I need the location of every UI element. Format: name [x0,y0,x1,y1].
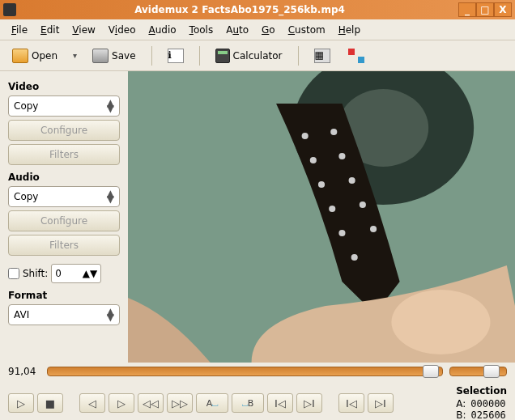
goto-start-button[interactable]: I◁ [267,393,293,413]
info-button[interactable]: ℹ [162,45,189,67]
toolbar: Open ▾ Save ℹ Calculator ▦ [0,40,515,71]
calculator-button[interactable]: Calculator [210,45,288,67]
shift-value: 0 [55,268,62,279]
save-button[interactable]: Save [87,45,141,67]
prev-frame-button[interactable]: ◁ [79,393,105,413]
shift-spinner[interactable]: 0 ▲▼ [51,264,101,283]
menu-file[interactable]: File [6,22,32,38]
format-value: AVI [14,309,29,320]
folder-icon [12,49,28,63]
save-label: Save [112,50,135,62]
menu-custom[interactable]: Custom [283,22,330,38]
video-configure-button[interactable]: Configure [8,120,120,141]
menu-help[interactable]: Help [334,22,365,38]
svg-point-14 [391,290,490,354]
app-icon [3,3,16,16]
video-preview [128,71,515,363]
forward-button[interactable]: ▷▷ [167,393,193,413]
film-frame-image [128,71,515,363]
shapes-button[interactable] [343,45,370,67]
format-header: Format [8,290,120,301]
shift-checkbox[interactable] [8,268,19,279]
updown-icon: ▲▼ [107,191,114,202]
svg-point-12 [360,202,366,208]
seek-position: 91,04 [8,366,40,377]
title-bar: Avidemux 2 FactsAbo1975_256kb.mp4 _ □ X [0,0,515,19]
updown-icon: ▲▼ [83,268,97,279]
video-codec-combo[interactable]: Copy ▲▼ [8,95,120,117]
svg-point-6 [329,206,335,212]
sidebar: Video Copy ▲▼ Configure Filters Audio Co… [0,71,128,363]
info-icon: ℹ [168,49,184,63]
svg-point-7 [338,230,345,236]
selection-header: Selection [456,385,507,397]
audio-codec-value: Copy [14,191,38,202]
projector-button[interactable]: ▦ [309,45,336,67]
separator [151,46,152,66]
seek-bar-row: 91,04 [0,363,515,380]
menu-video[interactable]: Video [104,22,141,38]
seek-slider-main[interactable] [47,367,443,376]
set-marker-a-button[interactable]: A⎵ [196,393,228,413]
audio-codec-combo[interactable]: Copy ▲▼ [8,186,120,207]
svg-point-4 [310,157,317,163]
menu-tools[interactable]: Tools [185,22,219,38]
shift-label: Shift: [23,268,48,279]
goto-marker-a-button[interactable]: I◁ [338,393,364,413]
set-marker-b-button[interactable]: ⎵B [232,393,264,413]
calculator-icon [215,49,230,63]
play-button[interactable]: ▷ [8,393,34,413]
slider-thumb[interactable] [423,365,439,378]
minimize-button[interactable]: _ [458,2,476,17]
close-button[interactable]: X [494,2,512,17]
svg-point-8 [351,254,358,261]
video-filters-button[interactable]: Filters [8,144,120,165]
slider-thumb[interactable] [483,365,500,378]
separator [199,46,200,66]
svg-point-3 [302,133,309,139]
open-dropdown-icon[interactable]: ▾ [70,51,80,60]
selection-panel: Selection A:000000 B:025606 [456,385,507,420]
maximize-button[interactable]: □ [476,2,494,17]
transport-controls: ▷ ■ ◁ ▷ ◁◁ ▷▷ A⎵ ⎵B I◁ ▷I I◁ ▷I Selectio… [0,380,515,420]
svg-point-5 [318,181,325,188]
menu-edit[interactable]: Edit [36,22,64,38]
sel-b-value: 025606 [470,409,505,420]
audio-header: Audio [8,172,120,183]
stop-button[interactable]: ■ [37,393,63,413]
open-label: Open [32,50,57,62]
calculator-label: Calculator [233,50,283,62]
audio-filters-button[interactable]: Filters [8,235,120,256]
menu-view[interactable]: View [67,22,100,38]
next-frame-button[interactable]: ▷ [109,393,134,413]
menu-go[interactable]: Go [257,22,280,38]
svg-point-9 [330,129,337,135]
audio-configure-button[interactable]: Configure [8,210,120,231]
format-combo[interactable]: AVI ▲▼ [8,304,120,325]
goto-end-button[interactable]: ▷I [296,393,322,413]
svg-point-13 [370,226,377,232]
window-title: Avidemux 2 FactsAbo1975_256kb.mp4 [21,4,458,15]
separator [298,46,299,66]
video-header: Video [8,81,120,92]
sel-a-value: 000000 [470,398,505,409]
video-codec-value: Copy [14,100,38,112]
updown-icon: ▲▼ [107,100,114,112]
rewind-button[interactable]: ◁◁ [138,393,164,413]
shapes-icon [348,49,364,63]
updown-icon: ▲▼ [107,309,114,320]
menu-audio[interactable]: Audio [143,22,181,38]
menu-auto[interactable]: Auto [221,22,253,38]
seek-slider-fine[interactable] [449,367,508,376]
disk-icon [92,49,109,63]
sel-a-label: A: [456,398,466,409]
svg-point-10 [338,153,345,159]
projector-icon: ▦ [314,49,330,63]
menu-bar: File Edit View Video Audio Tools Auto Go… [0,19,515,40]
sel-b-label: B: [456,409,466,420]
svg-point-11 [349,177,355,184]
goto-marker-b-button[interactable]: ▷I [368,393,394,413]
open-button[interactable]: Open [6,45,63,67]
